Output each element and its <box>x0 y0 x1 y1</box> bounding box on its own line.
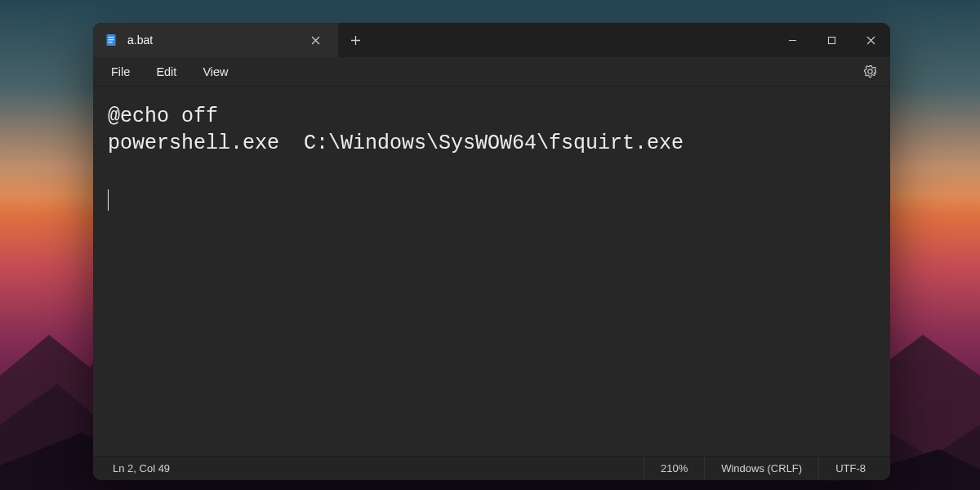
status-line-ending[interactable]: Windows (CRLF) <box>704 457 818 480</box>
text-caret <box>108 189 109 211</box>
menu-view[interactable]: View <box>191 60 239 83</box>
svg-rect-2 <box>109 39 114 40</box>
minimize-icon <box>788 36 797 45</box>
svg-rect-4 <box>828 37 835 43</box>
minimize-button[interactable] <box>773 23 812 57</box>
notepad-file-icon <box>105 33 118 47</box>
menu-bar: File Edit View <box>93 57 890 87</box>
maximize-icon <box>827 36 836 45</box>
maximize-button[interactable] <box>812 23 851 57</box>
file-tab[interactable]: a.bat <box>93 23 338 57</box>
window-close-button[interactable] <box>851 23 890 57</box>
svg-rect-1 <box>109 37 114 38</box>
notepad-window: a.bat File Edit View <box>93 23 890 480</box>
text-editor-area[interactable]: @echo off powershell.exe C:\Windows\SysW… <box>93 87 890 456</box>
titlebar: a.bat <box>93 23 890 57</box>
editor-line: powershell.exe C:\Windows\SysWOW64\fsqui… <box>108 131 684 155</box>
menu-file[interactable]: File <box>100 60 141 83</box>
status-encoding[interactable]: UTF-8 <box>818 457 882 480</box>
gear-icon <box>863 65 877 78</box>
close-icon <box>311 36 320 45</box>
window-controls <box>773 23 890 57</box>
svg-rect-3 <box>109 42 113 42</box>
tab-title: a.bat <box>127 33 294 47</box>
menu-edit[interactable]: Edit <box>145 60 188 83</box>
status-cursor-position[interactable]: Ln 2, Col 49 <box>101 462 170 474</box>
editor-line: @echo off <box>108 105 218 128</box>
status-bar: Ln 2, Col 49 210% Windows (CRLF) UTF-8 <box>93 456 890 480</box>
plus-icon <box>350 35 361 46</box>
new-tab-button[interactable] <box>338 23 372 57</box>
settings-button[interactable] <box>856 60 884 84</box>
tab-close-button[interactable] <box>304 29 327 51</box>
close-icon <box>866 36 875 45</box>
status-zoom[interactable]: 210% <box>644 457 704 480</box>
